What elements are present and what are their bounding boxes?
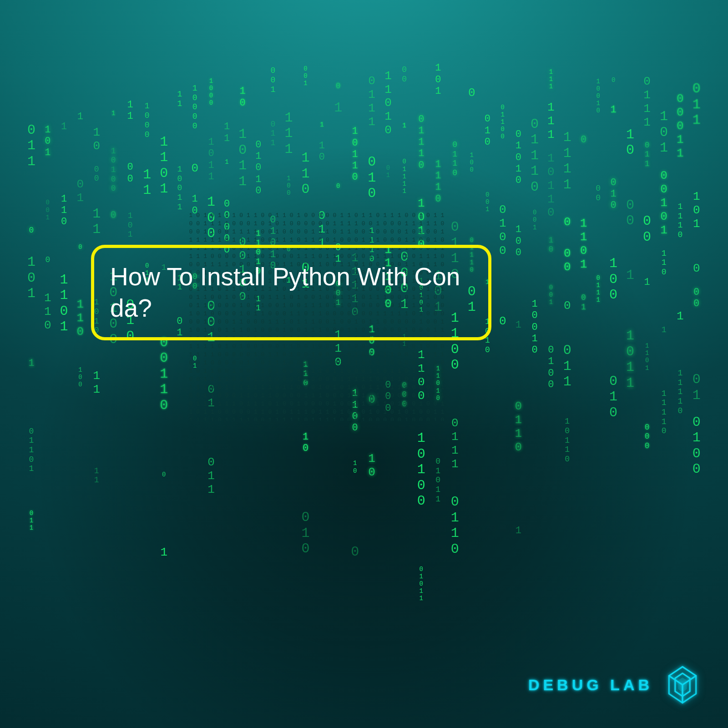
page-title: How To Install Python With Conda? bbox=[110, 261, 472, 324]
brand-name: DEBUG LAB bbox=[528, 676, 653, 694]
title-box: How To Install Python With Conda? bbox=[91, 245, 491, 340]
brand-logo: DEBUG LAB bbox=[528, 664, 703, 705]
brand-icon bbox=[662, 664, 703, 705]
matrix-background: 0110101101101011101001011011101101101011… bbox=[27, 59, 701, 669]
